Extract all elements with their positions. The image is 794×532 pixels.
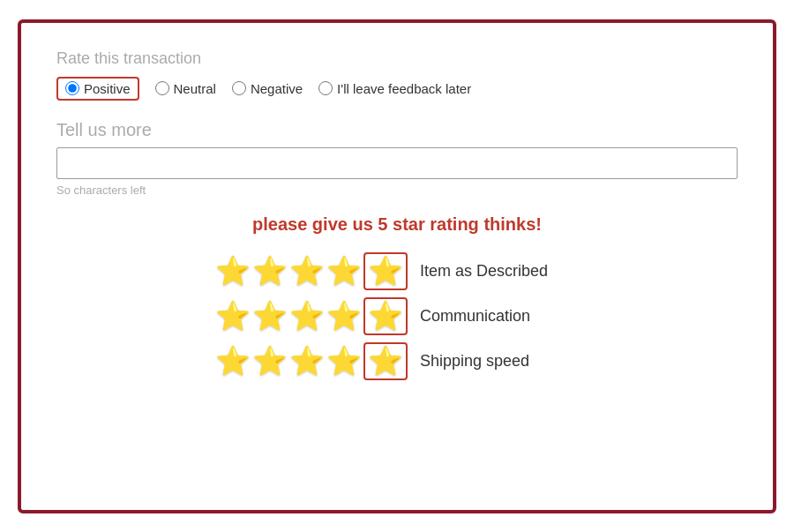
star-1-1[interactable]: ⭐ <box>215 256 251 287</box>
rating-label-shipping: Shipping speed <box>420 352 579 371</box>
stars-item-described: ⭐ ⭐ ⭐ ⭐ ⭐ <box>215 252 408 290</box>
star-2-1[interactable]: ⭐ <box>215 301 251 332</box>
radio-later[interactable]: I'll leave feedback later <box>318 81 471 96</box>
star-3-5[interactable]: ⭐ <box>368 346 403 377</box>
radio-negative-label: Negative <box>251 81 303 96</box>
radio-neutral-label: Neutral <box>174 81 216 96</box>
star-2-3[interactable]: ⭐ <box>289 301 325 332</box>
rating-label-item: Item as Described <box>420 262 579 281</box>
stars-shipping: ⭐ ⭐ ⭐ ⭐ ⭐ <box>215 342 408 380</box>
star-1-2[interactable]: ⭐ <box>252 256 288 287</box>
star-highlight-box-2: ⭐ <box>363 297 408 335</box>
radio-negative-input[interactable] <box>232 81 246 95</box>
star-ratings: ⭐ ⭐ ⭐ ⭐ ⭐ Item as Described ⭐ ⭐ ⭐ ⭐ ⭐ Co… <box>56 252 738 381</box>
star-3-3[interactable]: ⭐ <box>289 346 325 377</box>
radio-neutral[interactable]: Neutral <box>155 81 216 96</box>
radio-later-label: I'll leave feedback later <box>337 81 471 96</box>
main-container: Rate this transaction Positive Neutral N… <box>18 19 776 513</box>
radio-positive[interactable]: Positive <box>56 77 139 101</box>
star-1-5[interactable]: ⭐ <box>368 256 403 287</box>
star-highlight-box-3: ⭐ <box>363 342 408 380</box>
rating-label-communication: Communication <box>420 307 579 326</box>
star-row-item: ⭐ ⭐ ⭐ ⭐ ⭐ Item as Described <box>215 252 579 290</box>
star-3-2[interactable]: ⭐ <box>252 346 288 377</box>
radio-positive-label: Positive <box>84 81 131 96</box>
radio-later-input[interactable] <box>318 81 333 95</box>
stars-communication: ⭐ ⭐ ⭐ ⭐ ⭐ <box>215 297 408 335</box>
star-row-communication: ⭐ ⭐ ⭐ ⭐ ⭐ Communication <box>215 297 579 335</box>
chars-left: So characters left <box>56 184 738 197</box>
radio-group: Positive Neutral Negative I'll leave fee… <box>56 77 738 101</box>
section-title: Rate this transaction <box>56 49 738 68</box>
star-3-4[interactable]: ⭐ <box>326 346 362 377</box>
star-row-shipping: ⭐ ⭐ ⭐ ⭐ ⭐ Shipping speed <box>215 342 579 380</box>
promo-text: please give us 5 star rating thinks! <box>56 214 738 235</box>
radio-negative[interactable]: Negative <box>232 81 303 96</box>
star-highlight-box-1: ⭐ <box>363 252 408 290</box>
star-1-3[interactable]: ⭐ <box>289 256 325 287</box>
star-3-1[interactable]: ⭐ <box>215 346 251 377</box>
star-2-4[interactable]: ⭐ <box>326 301 362 332</box>
radio-neutral-input[interactable] <box>155 81 169 95</box>
feedback-input[interactable] <box>56 147 738 179</box>
radio-positive-input[interactable] <box>65 81 79 95</box>
star-1-4[interactable]: ⭐ <box>326 256 362 287</box>
star-2-5[interactable]: ⭐ <box>368 301 403 332</box>
star-2-2[interactable]: ⭐ <box>252 301 288 332</box>
tell-us-more-label: Tell us more <box>56 120 738 140</box>
